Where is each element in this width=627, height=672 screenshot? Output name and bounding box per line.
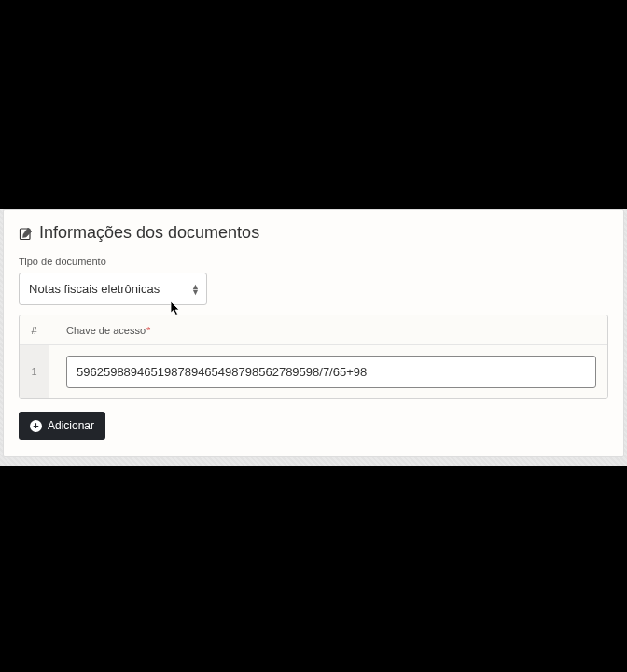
table-header-row: # Chave de acesso* (20, 315, 607, 345)
doc-type-select[interactable]: Notas fiscais eletrônicas (19, 273, 207, 305)
row-number-header: # (20, 315, 49, 344)
access-key-column-header: Chave de acesso* (49, 325, 150, 336)
table-row: 1 (20, 345, 607, 398)
section-header: Informações dos documentos (19, 223, 608, 243)
access-key-table: # Chave de acesso* 1 (19, 315, 608, 399)
doc-type-label: Tipo de documento (19, 256, 608, 267)
row-number-cell: 1 (20, 345, 49, 398)
document-info-card: Informações dos documentos Tipo de docum… (3, 209, 624, 457)
add-button[interactable]: + Adicionar (19, 412, 105, 440)
plus-circle-icon: + (30, 420, 42, 432)
access-key-input[interactable] (66, 356, 596, 388)
access-key-cell (49, 346, 607, 398)
section-title: Informações dos documentos (39, 223, 259, 243)
doc-type-select-wrapper: Notas fiscais eletrônicas ▲ ▼ (19, 273, 207, 305)
add-button-label: Adicionar (48, 419, 94, 432)
required-indicator: * (146, 325, 150, 336)
edit-icon (19, 226, 34, 241)
